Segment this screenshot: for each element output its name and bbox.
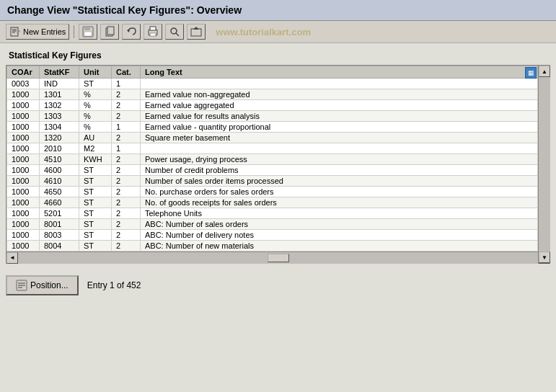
toolbar-divider-1 xyxy=(74,25,74,38)
new-entries-label: New Entries xyxy=(23,27,66,36)
cell-statkf: 2010 xyxy=(40,143,79,154)
svg-rect-16 xyxy=(191,29,201,36)
data-table: COAr StatKF Unit Cat. Long Text 0003INDS… xyxy=(6,66,550,251)
cell-unit: ST xyxy=(79,197,112,208)
cell-longtext: Number of credit problems xyxy=(141,165,538,176)
save-button[interactable] xyxy=(79,24,97,40)
cell-coar: 1000 xyxy=(7,100,40,111)
svg-rect-9 xyxy=(107,27,114,35)
cell-coar: 1000 xyxy=(7,219,40,230)
table-row[interactable]: 10001302%2Earned value aggregated xyxy=(7,100,550,111)
cell-statkf: 1304 xyxy=(40,122,79,133)
cell-statkf: 4650 xyxy=(40,187,79,197)
table-row[interactable]: 0003INDST1 xyxy=(7,79,550,89)
svg-rect-7 xyxy=(84,32,92,36)
cell-longtext xyxy=(141,79,538,89)
cell-coar: 1000 xyxy=(7,187,40,197)
cell-longtext: ABC: Number of new materials xyxy=(141,241,538,251)
table-row[interactable]: 10008004ST2ABC: Number of new materials xyxy=(7,241,550,251)
table-row[interactable]: 10001303%2Earned value for results analy… xyxy=(7,111,550,122)
title-bar: Change View "Statistical Key Figures": O… xyxy=(0,0,556,21)
table-row[interactable]: 10001301%2Earned value non-aggregated xyxy=(7,89,550,100)
table-row[interactable]: 10004510KWH2Power usage, drying process xyxy=(7,154,550,165)
table-row[interactable]: 10001320AU2Square meter basement xyxy=(7,133,550,143)
save-icon xyxy=(82,26,94,37)
print-button[interactable] xyxy=(144,24,162,40)
position-label: Position... xyxy=(30,280,69,290)
cell-cat: 2 xyxy=(112,133,141,143)
copy-button[interactable] xyxy=(100,24,119,40)
cell-unit: ST xyxy=(79,230,112,241)
col-header-cat: Cat. xyxy=(112,66,141,79)
undo-button[interactable] xyxy=(122,24,141,40)
cell-unit: KWH xyxy=(79,154,112,165)
cell-longtext: Square meter basement xyxy=(141,133,538,143)
col-header-statkf: StatKF xyxy=(40,66,79,79)
table-row[interactable]: 10001304%1Earned value - quantity propor… xyxy=(7,122,550,133)
bottom-bar: Position... Entry 1 of 452 xyxy=(0,270,556,301)
svg-rect-13 xyxy=(150,33,156,36)
cell-cat: 2 xyxy=(112,176,141,187)
cell-statkf: 1301 xyxy=(40,89,79,100)
cell-statkf: 5201 xyxy=(40,208,79,219)
position-button[interactable]: Position... xyxy=(6,275,79,295)
cell-unit: ST xyxy=(79,241,112,251)
cell-coar: 1000 xyxy=(7,197,40,208)
scroll-track[interactable] xyxy=(539,77,550,251)
scroll-up-button[interactable]: ▲ xyxy=(539,66,550,77)
table-row[interactable]: 10004610ST2Number of sales order items p… xyxy=(7,176,550,187)
cell-longtext xyxy=(141,143,538,154)
table-row[interactable]: 10008003ST2ABC: Number of delivery notes xyxy=(7,230,550,241)
table-row[interactable]: 10002010M21 xyxy=(7,143,550,154)
col-header-coar: COAr xyxy=(7,66,40,79)
cell-coar: 1000 xyxy=(7,241,40,251)
cell-longtext: Earned value - quantity proportional xyxy=(141,122,538,133)
svg-marker-10 xyxy=(127,29,130,32)
svg-point-14 xyxy=(171,28,177,34)
cell-cat: 2 xyxy=(112,154,141,165)
cell-statkf: 8004 xyxy=(40,241,79,251)
find-button[interactable] xyxy=(165,24,184,40)
scroll-down-button[interactable]: ▼ xyxy=(539,251,550,263)
table-row[interactable]: 10004600ST2Number of credit problems xyxy=(7,165,550,176)
cell-unit: ST xyxy=(79,219,112,230)
cell-unit: % xyxy=(79,89,112,100)
cell-longtext: Number of sales order items processed xyxy=(141,176,538,187)
filter-icon[interactable]: ▦ xyxy=(525,67,537,79)
cell-statkf: IND xyxy=(40,79,79,89)
cell-statkf: 4510 xyxy=(40,154,79,165)
cell-longtext: Telephone Units xyxy=(141,208,538,219)
edit-button[interactable]: New Entries xyxy=(6,24,69,40)
cell-coar: 1000 xyxy=(7,143,40,154)
horizontal-scrollbar[interactable]: ◄ ► xyxy=(6,251,550,263)
hscroll-track[interactable] xyxy=(18,252,538,264)
cell-coar: 1000 xyxy=(7,122,40,133)
undo-icon xyxy=(125,26,137,37)
cell-cat: 2 xyxy=(112,197,141,208)
cell-unit: ST xyxy=(79,187,112,197)
cell-longtext: Earned value aggregated xyxy=(141,100,538,111)
hscroll-left-button[interactable]: ◄ xyxy=(6,252,18,264)
table-row[interactable]: 10005201ST2Telephone Units xyxy=(7,208,550,219)
cell-cat: 2 xyxy=(112,111,141,122)
cell-unit: ST xyxy=(79,165,112,176)
cell-statkf: 4610 xyxy=(40,176,79,187)
cell-cat: 1 xyxy=(112,122,141,133)
cell-unit: AU xyxy=(79,133,112,143)
table-row[interactable]: 10008001ST2ABC: Number of sales orders xyxy=(7,219,550,230)
table-scroll[interactable]: COAr StatKF Unit Cat. Long Text 0003INDS… xyxy=(6,66,550,251)
export-button[interactable] xyxy=(187,24,206,40)
cell-statkf: 1303 xyxy=(40,111,79,122)
cell-statkf: 1320 xyxy=(40,133,79,143)
table-row[interactable]: 10004660ST2No. of goods receipts for sal… xyxy=(7,197,550,208)
cell-unit: ST xyxy=(79,79,112,89)
vertical-scrollbar[interactable]: ▲ ▼ xyxy=(538,66,550,263)
hscroll-thumb[interactable] xyxy=(268,254,289,262)
cell-longtext: No. of goods receipts for sales orders xyxy=(141,197,538,208)
table-row[interactable]: 10004650ST2No. purchase orders for sales… xyxy=(7,187,550,197)
cell-longtext: Power usage, drying process xyxy=(141,154,538,165)
cell-cat: 2 xyxy=(112,230,141,241)
cell-longtext: Earned value for results analysis xyxy=(141,111,538,122)
main-content: Statistical Key Figures ▦ COAr StatKF Un… xyxy=(0,43,556,270)
col-header-longtext: Long Text xyxy=(141,66,538,79)
